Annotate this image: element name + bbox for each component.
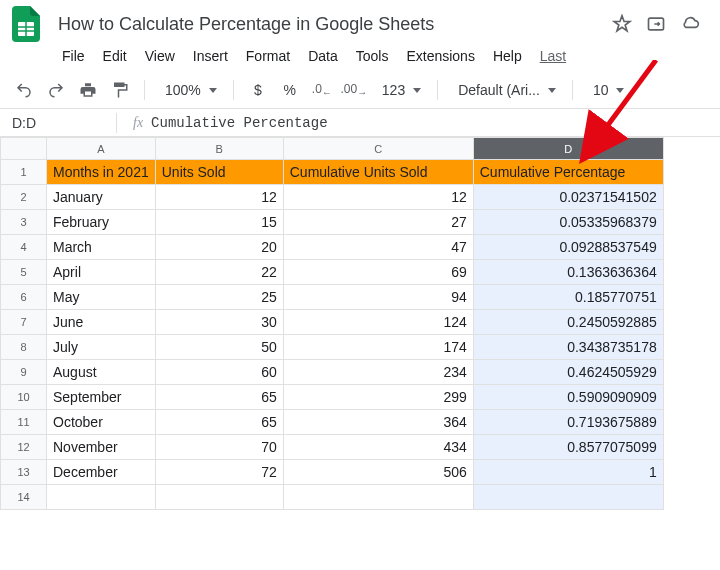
toolbar: 100% $ % .0← .00→ 123 Default (Ari... 10 [0, 72, 720, 109]
menu-file[interactable]: File [54, 44, 93, 68]
table-row: 6May25940.185770751 [1, 285, 664, 310]
chevron-down-icon [616, 88, 624, 93]
undo-button[interactable] [12, 78, 36, 102]
table-row: 12November704340.8577075099 [1, 435, 664, 460]
more-formats-dropdown[interactable]: 123 [374, 80, 425, 100]
menu-insert[interactable]: Insert [185, 44, 236, 68]
table-row: 2January12120.02371541502 [1, 185, 664, 210]
document-title[interactable]: How to Calculate Percentage in Google Sh… [54, 12, 602, 37]
table-row: 10September652990.5909090909 [1, 385, 664, 410]
font-dropdown[interactable]: Default (Ari... [450, 80, 560, 100]
decrease-decimal-button[interactable]: .0← [310, 78, 334, 102]
table-row: 9August602340.4624505929 [1, 360, 664, 385]
print-button[interactable] [76, 78, 100, 102]
table-row: 14 [1, 485, 664, 510]
select-all-corner[interactable] [1, 138, 47, 160]
cell[interactable]: Months in 2021 [47, 160, 156, 185]
cell[interactable]: Cumulative Percentage [473, 160, 663, 185]
star-icon[interactable] [612, 14, 632, 34]
fontsize-dropdown[interactable]: 10 [585, 80, 629, 100]
column-header-d[interactable]: D [473, 138, 663, 160]
cell-reference[interactable]: D:D [8, 115, 108, 131]
table-row: 4March20470.09288537549 [1, 235, 664, 260]
table-row: 7June301240.2450592885 [1, 310, 664, 335]
formula-bar: D:D fx Cumulative Percentage [0, 109, 720, 137]
menu-edit[interactable]: Edit [95, 44, 135, 68]
increase-decimal-button[interactable]: .00→ [342, 78, 366, 102]
menu-extensions[interactable]: Extensions [398, 44, 482, 68]
cell[interactable]: Units Sold [155, 160, 283, 185]
percent-button[interactable]: % [278, 78, 302, 102]
table-row: 1 Months in 2021 Units Sold Cumulative U… [1, 160, 664, 185]
column-header-a[interactable]: A [47, 138, 156, 160]
menu-data[interactable]: Data [300, 44, 346, 68]
menu-format[interactable]: Format [238, 44, 298, 68]
spreadsheet-grid[interactable]: A B C D 1 Months in 2021 Units Sold Cumu… [0, 137, 664, 510]
menu-bar: File Edit View Insert Format Data Tools … [0, 44, 720, 68]
move-icon[interactable] [646, 14, 666, 34]
table-row: 8July501740.3438735178 [1, 335, 664, 360]
table-row: 11October653640.7193675889 [1, 410, 664, 435]
paint-format-button[interactable] [108, 78, 132, 102]
table-row: 3February15270.05335968379 [1, 210, 664, 235]
menu-view[interactable]: View [137, 44, 183, 68]
fx-icon: fx [125, 115, 151, 131]
cloud-icon[interactable] [680, 14, 700, 34]
currency-button[interactable]: $ [246, 78, 270, 102]
chevron-down-icon [209, 88, 217, 93]
chevron-down-icon [413, 88, 421, 93]
sheets-logo-icon[interactable] [8, 6, 44, 42]
menu-tools[interactable]: Tools [348, 44, 397, 68]
menu-help[interactable]: Help [485, 44, 530, 68]
table-row: 5April22690.1363636364 [1, 260, 664, 285]
cell[interactable]: Cumulative Units Sold [283, 160, 473, 185]
formula-input[interactable]: Cumulative Percentage [151, 115, 712, 131]
zoom-dropdown[interactable]: 100% [157, 80, 221, 100]
redo-button[interactable] [44, 78, 68, 102]
column-header-c[interactable]: C [283, 138, 473, 160]
column-header-b[interactable]: B [155, 138, 283, 160]
last-edit-link[interactable]: Last [532, 44, 574, 68]
chevron-down-icon [548, 88, 556, 93]
table-row: 13December725061 [1, 460, 664, 485]
